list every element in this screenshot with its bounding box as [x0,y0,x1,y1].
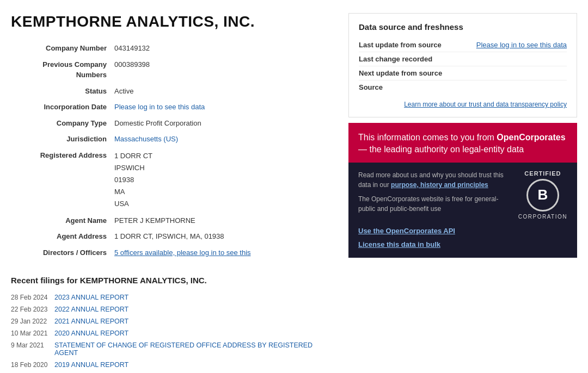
b-corp-letter: B [538,186,548,203]
agent-address-row: Agent Address 1 DORR CT, IPSWICH, MA, 01… [11,228,335,245]
oc-tagline: This information comes to you from OpenC… [358,132,567,156]
filing-date: 29 Jan 2022 [11,315,54,327]
filing-name[interactable]: 2022 ANNUAL REPORT [54,303,335,315]
next-update-label: Next update from source [359,69,442,77]
oc-principles-link[interactable]: purpose, history and principles [391,181,488,189]
table-row: 9 Mar 2021 STATEMENT OF CHANGE OF REGIST… [11,339,335,359]
oc-sub-description: The OpenCorporates website is free for g… [358,194,510,214]
oc-dark-body: Read more about us and why you should tr… [348,163,577,258]
incorporation-date-row: Incorporation Date Please log in to see … [11,99,335,115]
freshness-row-last-change: Last change recorded [359,52,567,66]
last-update-label: Last update from source [359,41,442,49]
data-freshness-box: Data source and freshness Last update fr… [348,13,577,117]
prev-company-numbers-row: Previous Company Numbers 000389398 [11,57,335,83]
filing-link[interactable]: STATEMENT OF CHANGE OF REGISTERED OFFICE… [54,341,313,357]
filing-name[interactable]: 2023 ANNUAL REPORT [54,291,335,303]
filing-name[interactable]: 2020 ANNUAL REPORT [54,327,335,339]
company-number-label: Company Number [11,43,114,54]
agent-name-value: PETER J KEMPTHORNE [114,215,335,226]
oc-red-header: This information comes to you from OpenC… [348,123,577,163]
company-number-row: Company Number 043149132 [11,40,335,57]
oc-bottom-actions: Use the OpenCorporates API License this … [358,226,510,250]
address-line-1: 1 DORR CT [114,150,335,162]
filing-link[interactable]: 2022 ANNUAL REPORT [54,306,128,313]
oc-bottom-left: Read more about us and why you should tr… [358,170,510,250]
data-freshness-title: Data source and freshness [359,22,567,32]
company-title: KEMPTHORNE ANALYTICS, INC. [11,13,335,30]
b-corp-corporation-label: Corporation [518,214,567,220]
table-row: 28 Feb 2024 2023 ANNUAL REPORT [11,291,335,303]
filing-date: 22 Feb 2023 [11,303,54,315]
directors-row: Directors / Officers 5 officers availabl… [11,245,335,261]
filing-date: 10 Mar 2021 [11,327,54,339]
filing-date: 18 Feb 2020 [11,359,54,371]
filing-date: 16 Jan 2020 [11,371,54,373]
prev-company-numbers-label: Previous Company Numbers [11,59,114,80]
b-corp-badge: Certified B Corporation [518,170,567,220]
freshness-row-last-update: Last update from source Please log in to… [359,38,567,52]
incorporation-date-label: Incorporation Date [11,102,114,113]
table-row: 18 Feb 2020 2019 ANNUAL REPORT [11,359,335,371]
filings-table: 28 Feb 2024 2023 ANNUAL REPORT 22 Feb 20… [11,291,335,373]
registered-address-label: Registered Address [11,150,114,210]
registered-address-row: Registered Address 1 DORR CT IPSWICH 019… [11,147,335,213]
source-label: Source [359,83,383,91]
status-label: Status [11,86,114,97]
address-line-4: MA [114,186,335,198]
filing-name[interactable]: 2021 ANNUAL REPORT [54,315,335,327]
filing-link[interactable]: 2021 ANNUAL REPORT [54,318,128,325]
oc-api-link[interactable]: Use the OpenCorporates API [358,226,510,237]
address-line-2: IPSWICH [114,162,335,174]
filing-date: 9 Mar 2021 [11,339,54,359]
recent-filings-section: Recent filings for KEMPTHORNE ANALYTICS,… [11,276,335,373]
oc-description: Read more about us and why you should tr… [358,170,510,190]
b-corp-circle: B [526,179,559,212]
incorporation-date-login-link[interactable]: Please log in to see this data [114,102,335,113]
prev-company-numbers-value: 000389398 [114,59,335,80]
filing-name[interactable]: STATEMENT OF CHANGE OF REGISTERED OFFICE… [54,371,335,373]
filing-name[interactable]: 2019 ANNUAL REPORT [54,359,335,371]
right-column: Data source and freshness Last update fr… [348,13,577,373]
filing-date: 28 Feb 2024 [11,291,54,303]
oc-promo-box: This information comes to you from OpenC… [348,123,577,258]
status-value: Active [114,86,335,97]
freshness-row-next-update: Next update from source [359,66,567,80]
company-type-label: Company Type [11,118,114,129]
table-row: 16 Jan 2020 STATEMENT OF CHANGE OF REGIS… [11,371,335,373]
last-change-label: Last change recorded [359,55,432,63]
table-row: 29 Jan 2022 2021 ANNUAL REPORT [11,315,335,327]
address-line-3: 01938 [114,174,335,186]
company-type-row: Company Type Domestic Profit Corporation [11,115,335,132]
directors-link[interactable]: 5 officers available, please log in to s… [114,247,251,258]
filing-name[interactable]: STATEMENT OF CHANGE OF REGISTERED OFFICE… [54,339,335,359]
directors-label: Directors / Officers [11,247,114,258]
company-type-value: Domestic Profit Corporation [114,118,335,129]
jurisdiction-label: Jurisdiction [11,134,114,145]
last-update-login-link[interactable]: Please log in to see this data [476,41,567,49]
status-row: Status Active [11,83,335,100]
oc-brand-name: OpenCorporates [497,133,565,142]
filing-link[interactable]: 2020 ANNUAL REPORT [54,330,128,337]
trust-policy-link[interactable]: Learn more about our trust and data tran… [359,101,567,108]
address-line-5: USA [114,198,335,210]
registered-address-value: 1 DORR CT IPSWICH 01938 MA USA [114,150,335,210]
filing-link[interactable]: 2023 ANNUAL REPORT [54,294,128,301]
jurisdiction-row: Jurisdiction Massachusetts (US) [11,131,335,147]
agent-address-value: 1 DORR CT, IPSWICH, MA, 01938 [114,231,335,242]
agent-name-row: Agent Name PETER J KEMPTHORNE [11,213,335,229]
table-row: 22 Feb 2023 2022 ANNUAL REPORT [11,303,335,315]
company-details: Company Number 043149132 Previous Compan… [11,40,335,260]
oc-tagline-suffix: — the leading authority on legal-entity … [358,145,524,154]
b-corp-certified-label: Certified [524,170,561,177]
oc-tagline-prefix: This information comes to you from [358,133,494,142]
filing-link[interactable]: 2019 ANNUAL REPORT [54,361,128,369]
jurisdiction-link[interactable]: Massachusetts (US) [114,134,335,145]
agent-address-label: Agent Address [11,231,114,242]
oc-license-link[interactable]: License this data in bulk [358,239,510,250]
company-number-value: 043149132 [114,43,335,54]
recent-filings-title: Recent filings for KEMPTHORNE ANALYTICS,… [11,276,335,285]
agent-name-label: Agent Name [11,215,114,226]
table-row: 10 Mar 2021 2020 ANNUAL REPORT [11,327,335,339]
left-column: KEMPTHORNE ANALYTICS, INC. Company Numbe… [11,13,335,373]
freshness-row-source: Source [359,80,567,94]
